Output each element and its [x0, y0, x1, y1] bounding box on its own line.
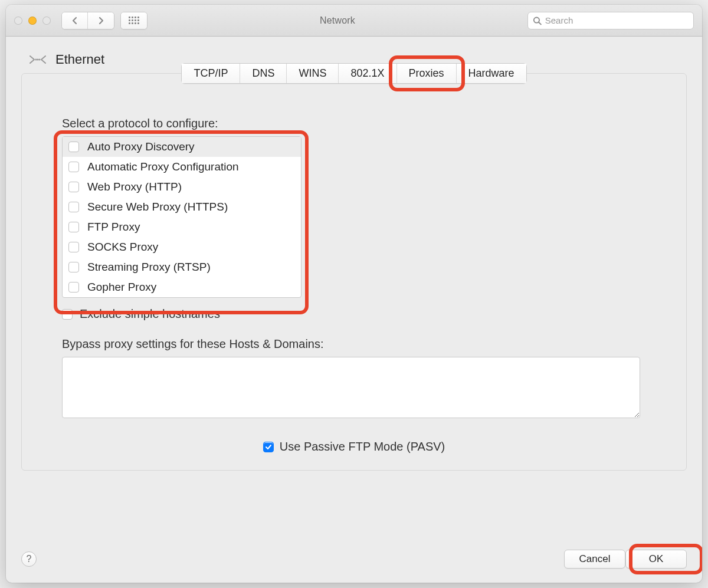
protocol-checkbox[interactable]	[68, 282, 79, 293]
protocol-checkbox[interactable]	[68, 162, 79, 172]
tab-tcp-ip[interactable]: TCP/IP	[182, 64, 240, 83]
tab-802-1x[interactable]: 802.1X	[339, 64, 396, 83]
search-field[interactable]	[527, 12, 694, 29]
minimize-window-button[interactable]	[28, 17, 37, 25]
protocol-label: FTP Proxy	[87, 221, 140, 234]
protocol-row[interactable]: Secure Web Proxy (HTTPS)	[63, 197, 301, 217]
forward-button[interactable]	[88, 12, 114, 29]
tab-dns[interactable]: DNS	[240, 64, 287, 83]
pasv-label: Use Passive FTP Mode (PASV)	[280, 440, 445, 454]
show-all-button[interactable]	[120, 12, 148, 29]
window-title: Network	[153, 15, 522, 26]
tab-hardware[interactable]: Hardware	[457, 64, 526, 83]
chevron-left-icon	[71, 16, 79, 25]
protocol-label: Web Proxy (HTTP)	[87, 180, 182, 193]
protocol-label: SOCKS Proxy	[87, 241, 158, 254]
settings-panel: TCP/IPDNSWINS802.1XProxiesHardware Selec…	[21, 73, 687, 471]
svg-line-1	[539, 22, 541, 24]
protocol-row[interactable]: Gopher Proxy	[63, 277, 301, 297]
protocol-checkbox[interactable]	[68, 142, 79, 152]
protocol-row[interactable]: FTP Proxy	[63, 217, 301, 237]
system-preferences-window: Network Ethernet TCP/IPDNSWINS802.1XProx…	[6, 5, 702, 583]
grid-icon	[129, 17, 139, 24]
protocol-checkbox[interactable]	[68, 242, 79, 252]
tab-wins[interactable]: WINS	[287, 64, 339, 83]
protocol-label: Gopher Proxy	[87, 281, 156, 294]
footer: ? Cancel OK	[21, 550, 687, 569]
toolbar: Network	[6, 5, 702, 37]
proxies-pane: Select a protocol to configure: Auto Pro…	[22, 84, 686, 454]
close-window-button[interactable]	[14, 17, 22, 25]
search-input[interactable]	[545, 15, 689, 25]
tab-bar: TCP/IPDNSWINS802.1XProxiesHardware	[181, 63, 526, 84]
content-area: Ethernet TCP/IPDNSWINS802.1XProxiesHardw…	[6, 37, 702, 583]
zoom-window-button[interactable]	[42, 17, 51, 25]
ok-button[interactable]: OK	[625, 550, 687, 569]
pasv-row: Use Passive FTP Mode (PASV)	[62, 440, 646, 454]
protocol-checkbox[interactable]	[68, 262, 79, 272]
chevron-right-icon	[97, 16, 105, 25]
protocol-row[interactable]: Automatic Proxy Configuration	[63, 157, 301, 177]
bypass-label: Bypass proxy settings for these Hosts & …	[62, 337, 646, 351]
svg-point-3	[37, 58, 38, 60]
protocol-label: Streaming Proxy (RTSP)	[87, 261, 211, 274]
protocol-label: Automatic Proxy Configuration	[87, 160, 239, 173]
protocol-label: Auto Proxy Discovery	[87, 140, 195, 153]
window-controls	[14, 17, 51, 25]
exclude-hostnames-label: Exclude simple hostnames	[80, 307, 220, 321]
exclude-hostnames-row: Exclude simple hostnames	[62, 307, 646, 321]
svg-point-4	[38, 58, 40, 60]
bypass-textarea[interactable]	[62, 357, 640, 418]
nav-back-forward	[61, 12, 114, 29]
cancel-button[interactable]: Cancel	[564, 550, 625, 569]
help-button[interactable]: ?	[21, 551, 37, 567]
protocol-row[interactable]: Auto Proxy Discovery	[63, 137, 301, 157]
protocol-checkbox[interactable]	[68, 202, 79, 212]
protocol-row[interactable]: SOCKS Proxy	[63, 237, 301, 257]
protocol-label: Secure Web Proxy (HTTPS)	[87, 201, 228, 213]
protocol-checkbox[interactable]	[68, 182, 79, 192]
protocol-row[interactable]: Streaming Proxy (RTSP)	[63, 257, 301, 277]
exclude-hostnames-checkbox[interactable]	[62, 309, 73, 320]
protocol-checkbox[interactable]	[68, 222, 79, 232]
pasv-checkbox[interactable]	[263, 442, 274, 452]
search-icon	[533, 16, 542, 25]
svg-point-2	[35, 58, 37, 60]
protocol-list[interactable]: Auto Proxy DiscoveryAutomatic Proxy Conf…	[62, 136, 301, 298]
back-button[interactable]	[62, 12, 88, 29]
tab-proxies[interactable]: Proxies	[397, 64, 457, 83]
protocol-row[interactable]: Web Proxy (HTTP)	[63, 177, 301, 197]
protocol-section-label: Select a protocol to configure:	[62, 117, 646, 130]
